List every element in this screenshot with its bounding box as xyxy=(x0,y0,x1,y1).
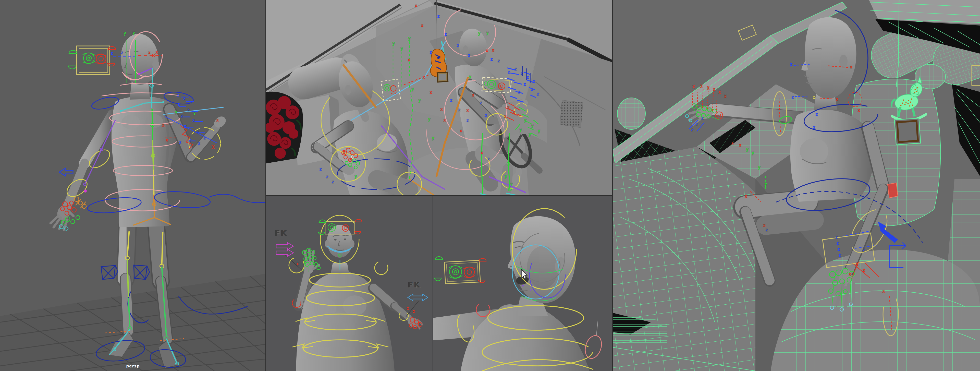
fk-label: FK xyxy=(408,280,421,289)
panel-divider xyxy=(266,195,612,196)
panel-divider xyxy=(612,0,613,371)
speaker-grille xyxy=(560,100,583,128)
panel-divider xyxy=(266,0,266,371)
fk-label: FK xyxy=(275,229,288,238)
viewport-head-closeup[interactable] xyxy=(433,196,612,371)
side-mirror xyxy=(617,98,646,129)
camera-label: persp xyxy=(0,364,266,368)
viewport-collage: yyzzxxzzzzzzzzzzzzxxXxyy persp xyxy=(0,0,980,371)
viewport-car-interior[interactable]: yyyxxxxzzzzzxxxzzzyyyyxxzzzyxxzzyyxxxyzz… xyxy=(266,0,612,196)
panel-divider xyxy=(433,196,433,371)
viewport-upper-body-fk[interactable]: FK FK xxx xyxy=(266,196,433,371)
viewport-wireframe-car[interactable]: zxzxzxzyxxzzzzzzxXXxXXXXXXzzzxxyyy xyxy=(612,0,980,371)
viewport-standing-figure[interactable]: yyzzxxzzzzzzzzzzzzxxXxyy persp xyxy=(0,0,266,371)
